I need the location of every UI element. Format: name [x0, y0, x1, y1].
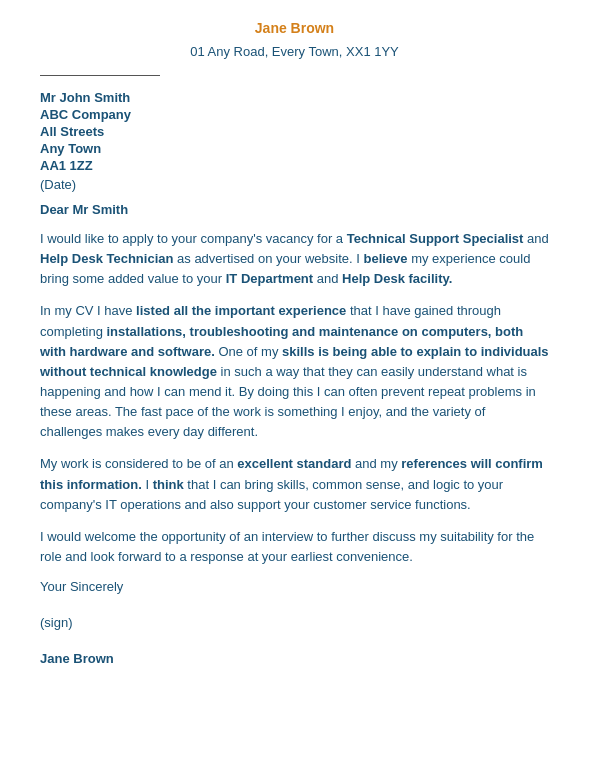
recipient-street: All Streets: [40, 124, 549, 139]
recipient-town: Any Town: [40, 141, 549, 156]
paragraph-1: I would like to apply to your company's …: [40, 229, 549, 289]
header: Jane Brown 01 Any Road, Every Town, XX1 …: [40, 20, 549, 59]
final-name: Jane Brown: [40, 651, 549, 666]
recipient-company: ABC Company: [40, 107, 549, 122]
p3-h1: excellent standard: [237, 456, 351, 471]
recipient-postcode: AA1 1ZZ: [40, 158, 549, 173]
p1-highlight-1: Technical Support Specialist: [347, 231, 524, 246]
p3-h3: think: [153, 477, 184, 492]
p1-highlight-2: Help Desk Technician: [40, 251, 173, 266]
p1-highlight-4: IT Department: [226, 271, 313, 286]
recipient-block: Mr John Smith ABC Company All Streets An…: [40, 90, 549, 173]
divider-line: [40, 75, 160, 76]
sender-address: 01 Any Road, Every Town, XX1 1YY: [40, 44, 549, 59]
closing: Your Sincerely: [40, 579, 549, 594]
sender-name: Jane Brown: [40, 20, 549, 36]
p2-h1: listed all the important experience: [136, 303, 346, 318]
paragraph-3: My work is considered to be of an excell…: [40, 454, 549, 514]
sign: (sign): [40, 615, 549, 630]
p1-highlight-5: Help Desk facility.: [342, 271, 452, 286]
date-line: (Date): [40, 177, 549, 192]
recipient-name: Mr John Smith: [40, 90, 549, 105]
salutation: Dear Mr Smith: [40, 202, 549, 217]
paragraph-4: I would welcome the opportunity of an in…: [40, 527, 549, 567]
paragraph-2: In my CV I have listed all the important…: [40, 301, 549, 442]
p1-highlight-3: believe: [363, 251, 407, 266]
